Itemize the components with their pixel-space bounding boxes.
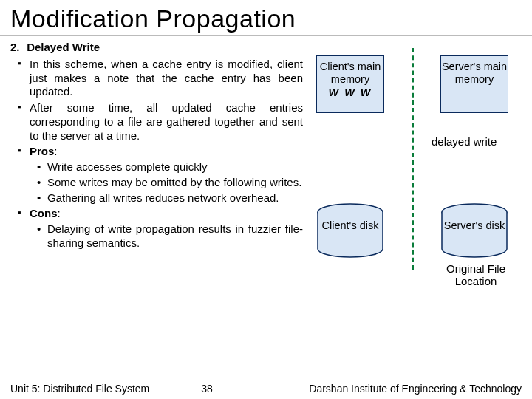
- client-disk-label: Client's disk: [316, 219, 384, 232]
- section-title: Delayed Write: [27, 41, 100, 53]
- footer: Unit 5: Distributed File System 38 Darsh…: [0, 383, 532, 395]
- network-divider: [412, 48, 414, 270]
- cons-list: Delaying of write propagation results in…: [30, 222, 303, 250]
- client-memory-label: Client's main memory: [317, 61, 383, 85]
- pro-item: Write accesses complete quickly: [47, 160, 303, 174]
- footer-unit: Unit 5: Distributed File System: [10, 383, 149, 395]
- delayed-write-label: delayed write: [432, 135, 497, 148]
- server-disk-label: Server's disk: [440, 219, 508, 232]
- client-memory-box: Client's main memory W W W: [316, 55, 384, 113]
- con-item: Delaying of write propagation results in…: [47, 222, 303, 250]
- text-column: 2. Delayed Write In this scheme, when a …: [7, 41, 303, 253]
- content-area: 2. Delayed Write In this scheme, when a …: [0, 36, 532, 253]
- server-memory-label: Server's main memory: [441, 61, 508, 85]
- pros-item: Pros: Write accesses complete quickly So…: [30, 145, 303, 205]
- cons-item: Cons: Delaying of write propagation resu…: [30, 207, 303, 250]
- bullet-item: After some time, all updated cache entri…: [30, 101, 303, 143]
- footer-page: 38: [149, 383, 253, 395]
- write-markers: W W W: [317, 86, 383, 99]
- section-heading: 2. Delayed Write: [7, 41, 303, 55]
- server-memory-box: Server's main memory: [440, 55, 508, 113]
- section-number: 2.: [10, 41, 24, 55]
- bullet-item: In this scheme, when a cache entry is mo…: [30, 58, 303, 99]
- pro-item: Gathering all writes reduces network ove…: [47, 191, 303, 205]
- cons-label: Cons: [30, 207, 58, 219]
- slide-title: Modification Propagation: [0, 0, 532, 36]
- pros-list: Write accesses complete quickly Some wri…: [30, 160, 303, 205]
- pros-label: Pros: [30, 145, 54, 157]
- footer-institute: Darshan Institute of Engineering & Techn…: [253, 383, 522, 395]
- pro-item: Some writes may be omitted by the follow…: [47, 176, 303, 190]
- original-file-label: Original File Location: [432, 262, 520, 288]
- diagram-column: Client's main memory W W W Server's main…: [303, 41, 525, 253]
- server-disk-cylinder: Server's disk: [440, 203, 508, 258]
- bullet-list: In this scheme, when a cache entry is mo…: [7, 58, 303, 250]
- client-disk-cylinder: Client's disk: [316, 203, 384, 258]
